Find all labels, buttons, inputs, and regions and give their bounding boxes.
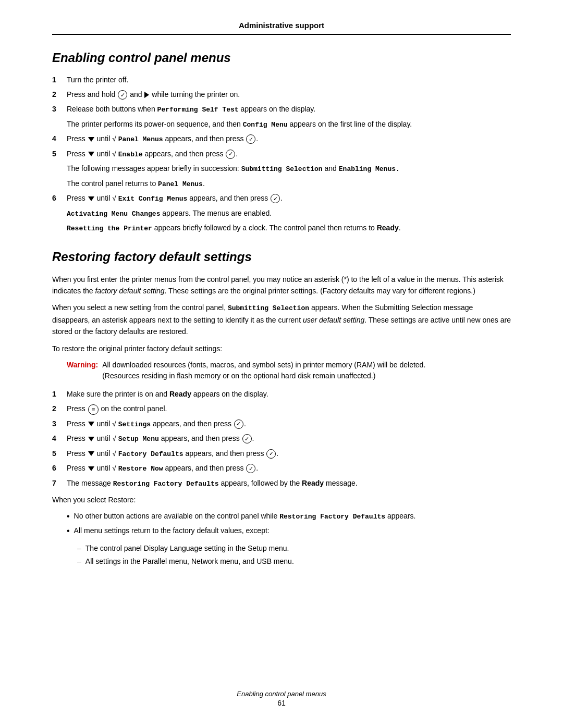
bullet-2-text: All menu settings return to the factory … xyxy=(74,525,270,537)
down-arrow-icon-7 xyxy=(88,466,94,471)
restore-bullets: • No other button actions are available … xyxy=(67,511,511,569)
dash-icon-1: – xyxy=(77,543,81,554)
dash-icon-2: – xyxy=(77,556,81,567)
menu-icon-1 xyxy=(88,404,99,415)
section1-title: Enabling control panel menus xyxy=(52,51,511,65)
step-1-4-content: Press until √ Panel Menus appears, and t… xyxy=(67,133,511,145)
step-1-4-num: 4 xyxy=(52,133,67,145)
step-2-6: 6 Press until √ Restore Now appears, and… xyxy=(52,463,511,474)
step-1-1-num: 1 xyxy=(52,75,67,85)
warning-text: All downloaded resources (fonts, macros,… xyxy=(102,360,511,381)
down-arrow-icon-6 xyxy=(88,451,94,456)
step-2-2-content: Press on the control panel. xyxy=(67,403,511,414)
footer-page-num: 61 xyxy=(52,699,511,707)
checkmark-icon-8: ✓ xyxy=(246,464,255,473)
settings-code: Settings xyxy=(118,421,151,428)
checkmark-icon-1: ✓ xyxy=(118,90,127,100)
step-2-3-num: 3 xyxy=(52,418,67,430)
step-1-3: 3 Release both buttons when Performing S… xyxy=(52,104,511,115)
activating-menu-code: Activating Menu Changes xyxy=(67,210,160,218)
checkmark-icon-7: ✓ xyxy=(266,449,276,459)
setup-menu-code: Setup Menu xyxy=(118,435,159,443)
header-title: Administrative support xyxy=(239,21,324,30)
section-restoring: Restoring factory default settings When … xyxy=(52,250,511,570)
config-menu-code: Config Menu xyxy=(243,121,288,129)
sub-bullet-2: – All settings in the Parallel menu, Net… xyxy=(77,556,511,567)
sub-bullet-2-text: All settings in the Parallel menu, Netwo… xyxy=(85,556,294,567)
step-1-6-content: Press until √ Exit Config Menus appears,… xyxy=(67,193,511,204)
step-1-5-code: Enable xyxy=(118,151,143,158)
section2-intro2: When you select a new setting from the c… xyxy=(52,302,511,338)
sub-bullets: – The control panel Display Language set… xyxy=(77,543,511,569)
section1-steps: 1 Turn the printer off. 2 Press and hold… xyxy=(52,75,511,234)
down-arrow-icon-4 xyxy=(88,422,94,426)
step-2-1-content: Make sure the printer is on and Ready ap… xyxy=(67,389,511,400)
checkmark-icon-5: ✓ xyxy=(234,419,243,429)
step-2-7-num: 7 xyxy=(52,478,67,489)
bullet-1: • No other button actions are available … xyxy=(67,511,511,522)
right-arrow-icon-1 xyxy=(144,92,149,98)
step-2-7-content: The message Restoring Factory Defaults a… xyxy=(67,478,511,489)
step-2-7: 7 The message Restoring Factory Defaults… xyxy=(52,478,511,489)
step-1-6-note1: Activating Menu Changes appears. The men… xyxy=(67,208,511,219)
step-2-1: 1 Make sure the printer is on and Ready … xyxy=(52,389,511,400)
step-1-5: 5 Press until √ Enable appears, and then… xyxy=(52,149,511,160)
bullet-2: • All menu settings return to the factor… xyxy=(67,525,511,569)
sub-bullet-1-text: The control panel Display Language setti… xyxy=(85,543,289,554)
page: Administrative support Enabling control … xyxy=(0,0,563,728)
sub-bullet-1: – The control panel Display Language set… xyxy=(77,543,511,554)
section-enabling: Enabling control panel menus 1 Turn the … xyxy=(52,51,511,234)
section2-title: Restoring factory default settings xyxy=(52,250,511,264)
restore-now-code: Restore Now xyxy=(118,465,163,473)
step-1-5-num: 5 xyxy=(52,149,67,160)
step-1-6-note2: Resetting the Printer appears briefly fo… xyxy=(67,223,511,234)
step-2-6-content: Press until √ Restore Now appears, and t… xyxy=(67,463,511,474)
step-1-1: 1 Turn the printer off. xyxy=(52,75,511,85)
step-1-3-note: The printer performs its power-on sequen… xyxy=(67,119,511,130)
step-2-5-content: Press until √ Factory Defaults appears, … xyxy=(67,448,511,460)
step-2-4-content: Press until √ Setup Menu appears, and th… xyxy=(67,433,511,445)
step-2-6-num: 6 xyxy=(52,463,67,474)
step-1-1-content: Turn the printer off. xyxy=(67,75,511,85)
step-2-5-num: 5 xyxy=(52,448,67,460)
ready-text-2: Ready xyxy=(169,390,191,398)
step-1-5-content: Press until √ Enable appears, and then p… xyxy=(67,149,511,160)
step-2-1-num: 1 xyxy=(52,389,67,400)
down-arrow-icon-3 xyxy=(88,196,94,201)
warning-block: Warning: All downloaded resources (fonts… xyxy=(67,360,511,381)
step-2-5: 5 Press until √ Factory Defaults appears… xyxy=(52,448,511,460)
restoring-factory-code-2: Restoring Factory Defaults xyxy=(279,513,385,521)
section2-intro1: When you first enter the printer menus f… xyxy=(52,274,511,297)
footer-label: Enabling control panel menus xyxy=(52,690,511,698)
step-1-6: 6 Press until √ Exit Config Menus appear… xyxy=(52,193,511,204)
resetting-printer-code: Resetting the Printer xyxy=(67,225,152,232)
step-1-2: 2 Press and hold ✓ and while turning the… xyxy=(52,89,511,100)
page-header: Administrative support xyxy=(52,21,511,35)
checkmark-icon-6: ✓ xyxy=(242,434,252,443)
step-2-4-num: 4 xyxy=(52,433,67,445)
section2-intro3: To restore the original printer factory … xyxy=(52,343,511,354)
warning-label: Warning: xyxy=(67,360,98,381)
step-1-2-num: 2 xyxy=(52,89,67,100)
ready-text-3: Ready xyxy=(302,479,324,487)
checkmark-icon-4: ✓ xyxy=(271,194,280,203)
step-1-3-content: Release both buttons when Performing Sel… xyxy=(67,104,511,115)
step-1-6-num: 6 xyxy=(52,193,67,204)
checkmark-icon-3: ✓ xyxy=(226,150,235,159)
step-1-5-note1: The following messages appear briefly in… xyxy=(67,163,511,175)
ready-text-1: Ready xyxy=(377,224,399,232)
submitting-selection-code: Submitting Selection xyxy=(241,165,323,173)
exit-config-code: Exit Config Menus xyxy=(118,195,188,203)
submitting-sel-code2: Submitting Selection xyxy=(228,304,309,312)
bullet-icon-1: • xyxy=(67,511,70,522)
step-1-3-code1: Performing Self Test xyxy=(157,106,239,114)
step-1-4: 4 Press until √ Panel Menus appears, and… xyxy=(52,133,511,145)
factory-defaults-code: Factory Defaults xyxy=(118,450,183,458)
step-2-2: 2 Press on the control panel. xyxy=(52,403,511,414)
section2-steps: 1 Make sure the printer is on and Ready … xyxy=(52,389,511,489)
checkmark-icon-2: ✓ xyxy=(246,134,255,144)
factory-default-italic: factory default setting xyxy=(95,287,165,295)
step-1-5-note2: The control panel returns to Panel Menus… xyxy=(67,178,511,190)
step-1-2-content: Press and hold ✓ and while turning the p… xyxy=(67,89,511,100)
restoring-factory-code: Restoring Factory Defaults xyxy=(113,480,219,488)
